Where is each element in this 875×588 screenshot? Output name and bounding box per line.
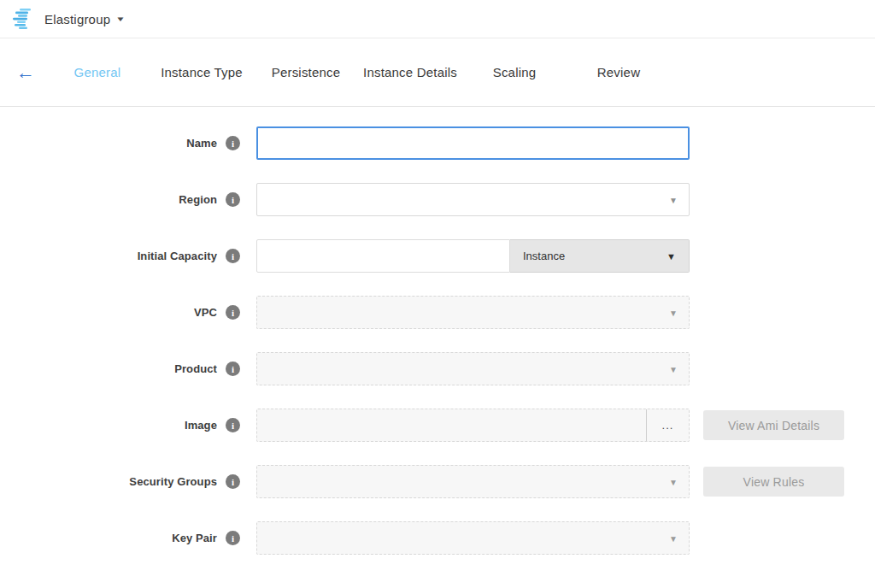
info-icon[interactable]: i [226, 362, 240, 376]
vpc-row: VPC i ▼ [0, 296, 875, 329]
vpc-label: VPC [194, 306, 217, 319]
image-value-area [257, 409, 646, 441]
view-rules-button[interactable]: View Rules [703, 467, 844, 497]
chevron-down-icon: ▼ [669, 195, 678, 204]
region-label: Region [179, 193, 217, 206]
chevron-down-icon: ▼ [669, 533, 678, 543]
elastigroup-logo-icon [12, 9, 35, 29]
initial-capacity-row: Initial Capacity i Instance ▼ [0, 239, 875, 273]
tab-review[interactable]: Review [567, 65, 671, 79]
image-row: Image i ... View Ami Details [0, 409, 875, 442]
chevron-down-icon: ▼ [669, 477, 678, 486]
key-pair-label: Key Pair [172, 532, 217, 544]
name-row: Name i [0, 126, 875, 160]
region-row: Region i ▼ [0, 183, 875, 216]
capacity-unit-value: Instance [523, 250, 565, 262]
top-bar: Elastigroup ▼ [0, 0, 875, 38]
info-icon[interactable]: i [226, 249, 240, 263]
chevron-down-icon: ▼ [667, 251, 676, 262]
info-icon[interactable]: i [226, 192, 240, 207]
tab-persistence[interactable]: Persistence [254, 65, 358, 79]
tab-scaling[interactable]: Scaling [462, 65, 567, 79]
chevron-down-icon: ▼ [115, 15, 126, 23]
capacity-unit-select[interactable]: Instance ▼ [510, 239, 690, 273]
image-browse-button[interactable]: ... [647, 409, 689, 441]
tab-instance-details[interactable]: Instance Details [358, 65, 462, 79]
wizard-tab-bar: ← General Instance Type Persistence Inst… [0, 38, 875, 107]
info-icon[interactable]: i [226, 305, 240, 320]
vpc-select-disabled: ▼ [256, 296, 690, 329]
wizard-tabs: General Instance Type Persistence Instan… [45, 65, 671, 79]
info-icon[interactable]: i [226, 531, 240, 545]
image-input-disabled: ... [256, 409, 690, 442]
chevron-down-icon: ▼ [669, 308, 678, 317]
security-groups-select-disabled: ▼ [256, 465, 690, 498]
tab-instance-type[interactable]: Instance Type [150, 65, 254, 79]
info-icon[interactable]: i [226, 418, 240, 432]
product-row: Product i ▼ [0, 352, 875, 385]
region-select[interactable]: ▼ [256, 183, 690, 216]
app-name: Elastigroup [44, 12, 110, 26]
product-label: Product [174, 362, 217, 375]
name-label: Name [186, 137, 217, 150]
key-pair-row: Key Pair i ▼ [0, 521, 875, 555]
info-icon[interactable]: i [226, 474, 240, 489]
elastigroup-app-switcher[interactable]: Elastigroup ▼ [12, 9, 124, 29]
name-input[interactable] [256, 126, 690, 160]
tab-general[interactable]: General [45, 65, 150, 79]
back-arrow-icon[interactable]: ← [16, 63, 35, 82]
info-icon[interactable]: i [226, 136, 240, 150]
security-groups-row: Security Groups i ▼ View Rules [0, 465, 875, 498]
chevron-down-icon: ▼ [669, 364, 678, 373]
initial-capacity-input[interactable] [256, 239, 510, 273]
image-label: Image [185, 419, 217, 432]
security-groups-label: Security Groups [129, 475, 217, 488]
product-select-disabled: ▼ [256, 352, 690, 385]
view-ami-details-button[interactable]: View Ami Details [703, 410, 844, 440]
general-settings-form: Name i Region i ▼ Initial Capacity i Ins… [0, 107, 875, 555]
key-pair-select-disabled: ▼ [256, 521, 690, 555]
initial-capacity-label: Initial Capacity [138, 250, 217, 262]
